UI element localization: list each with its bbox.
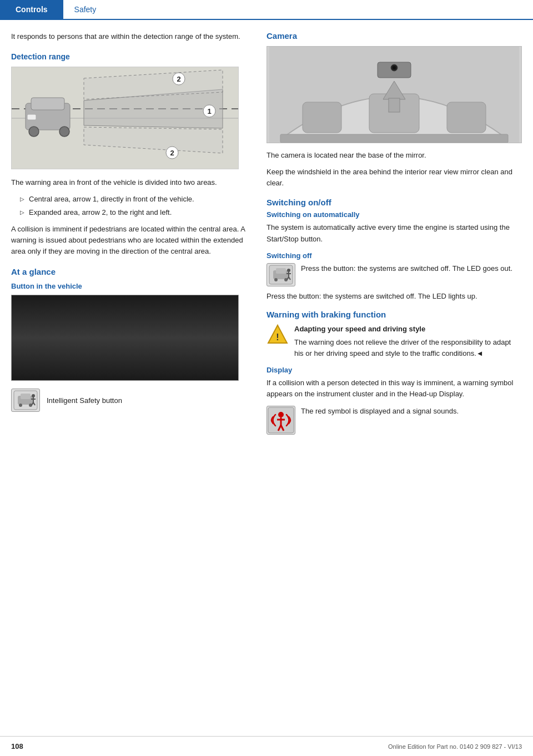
display-icon-row: The red symbol is displayed and a signal… <box>266 406 522 435</box>
warning-area-text: The warning area in front of the vehicle… <box>11 177 250 188</box>
caption-text: Intelligent Safety button <box>47 396 122 405</box>
warning-heading: Warning with braking function <box>266 310 522 319</box>
footer-note: Online Edition for Part no. 0140 2 909 8… <box>388 743 522 750</box>
svg-rect-25 <box>21 394 31 399</box>
button-vehicle-heading: Button in the vehicle <box>11 282 250 290</box>
svg-rect-36 <box>447 102 486 133</box>
camera-text-1: The camera is located near the base of t… <box>266 150 522 161</box>
switching-auto-text: The system is automatically active every… <box>266 222 522 244</box>
warning-triangle-icon: ! <box>266 324 289 346</box>
switching-off-heading: Switching off <box>266 251 522 260</box>
warning-row: ! Adapting your speed and driving style … <box>266 324 522 359</box>
svg-text:!: ! <box>276 332 279 342</box>
main-content: It responds to persons that are within t… <box>0 20 533 460</box>
caption-row: Intelligent Safety button <box>11 389 250 412</box>
switching-off-text: Press the button: the systems are switch… <box>266 291 522 302</box>
header-tabs: Controls Safety <box>0 0 533 20</box>
intelligent-safety-icon <box>11 389 40 412</box>
svg-rect-10 <box>27 114 36 120</box>
camera-heading: Camera <box>266 31 522 41</box>
tab-controls[interactable]: Controls <box>0 0 63 19</box>
left-column: It responds to persons that are within t… <box>11 31 250 438</box>
switching-off-row: Press the button: the systems are switch… <box>266 263 522 286</box>
switch-off-icon <box>266 263 295 286</box>
bullet-item-2: Expanded area, arrow 2, to the right and… <box>20 207 250 218</box>
detection-range-heading: Detection range <box>11 52 250 61</box>
camera-text-2: Keep the windshield in the area behind t… <box>266 167 522 189</box>
warning-text-block: Adapting your speed and driving style Th… <box>294 324 522 359</box>
collision-text: A collision is imminent if pedestrians a… <box>11 224 250 257</box>
svg-point-26 <box>19 404 22 407</box>
tab-safety[interactable]: Safety <box>63 0 108 20</box>
display-heading: Display <box>266 366 522 374</box>
right-column: Camera <box>266 31 522 438</box>
bullet-item-1: Central area, arrow 1, directly in front… <box>20 194 250 205</box>
warning-bold: Adapting your speed and driving style <box>294 324 522 335</box>
button-vehicle-image: 🚶 🚗 🚦 <box>11 295 239 381</box>
svg-text:1: 1 <box>207 107 211 115</box>
display-icon-text: The red symbol is displayed and a signal… <box>301 406 459 417</box>
svg-point-9 <box>59 127 69 137</box>
svg-rect-41 <box>389 98 400 112</box>
svg-point-8 <box>29 127 39 137</box>
svg-point-56 <box>278 412 284 417</box>
svg-rect-7 <box>31 98 64 110</box>
svg-point-39 <box>393 66 396 69</box>
switching-heading: Switching on/off <box>266 198 522 207</box>
svg-rect-34 <box>303 102 341 133</box>
warning-text: The warning does not relieve the driver … <box>294 337 522 359</box>
display-text: If a collision with a person detected in… <box>266 377 522 400</box>
svg-text:2: 2 <box>177 75 180 83</box>
page-number: 108 <box>11 742 23 750</box>
detection-diagram: 1 2 2 <box>11 67 239 169</box>
svg-point-46 <box>274 278 278 281</box>
at-glance-heading: At a glance <box>11 267 250 276</box>
switching-off-icon-text: Press the button: the systems are switch… <box>301 263 512 274</box>
camera-image <box>266 46 522 143</box>
page-footer: 108 Online Edition for Part no. 0140 2 9… <box>0 736 533 756</box>
svg-point-48 <box>287 269 290 272</box>
svg-point-28 <box>32 394 35 397</box>
bullet-list: Central area, arrow 1, directly in front… <box>20 194 250 218</box>
svg-text:2: 2 <box>170 149 174 157</box>
display-icon <box>266 406 295 435</box>
svg-rect-42 <box>280 134 508 143</box>
switching-auto-heading: Switching on automatically <box>266 210 522 219</box>
svg-rect-45 <box>276 268 286 274</box>
intro-text: It responds to persons that are within t… <box>11 31 250 42</box>
